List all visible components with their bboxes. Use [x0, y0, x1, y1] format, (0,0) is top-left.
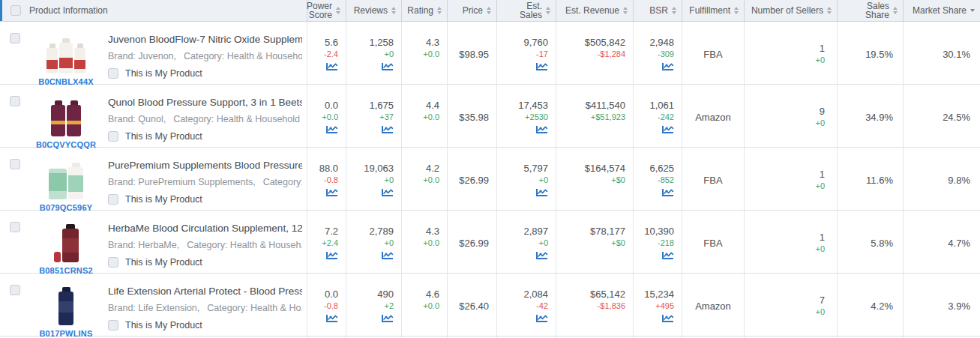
trend-chart-icon[interactable]: [661, 124, 674, 134]
sellers-delta: +0: [815, 181, 825, 191]
sellers-value: 1: [820, 169, 825, 180]
fulfillment-cell: FBA: [682, 148, 745, 212]
header-fulfillment[interactable]: Fulfillment: [682, 0, 745, 21]
header-est-sales[interactable]: Est. Sales: [497, 0, 556, 21]
product-title[interactable]: PurePremium Supplements Blood Pressure S…: [108, 160, 302, 171]
market-share-value: 24.5%: [943, 112, 970, 123]
select-all-checkbox[interactable]: [10, 5, 21, 16]
reviews-delta: +2: [384, 301, 394, 311]
my-product-checkbox[interactable]: [108, 320, 118, 331]
header-bsr[interactable]: BSR: [634, 0, 682, 21]
row-select-checkbox[interactable]: [10, 285, 20, 295]
price-value: $26.99: [459, 238, 489, 249]
trend-chart-icon[interactable]: [381, 124, 394, 134]
fulfillment-value: Amazon: [695, 301, 731, 312]
trend-chart-icon[interactable]: [535, 313, 548, 323]
power-score-cell: 7.2 +2.4: [307, 211, 346, 275]
sales-share-value: 4.2%: [871, 301, 893, 312]
est-revenue-cell: $65,142 -$1,836: [556, 274, 634, 338]
sellers-delta: +0: [815, 118, 825, 128]
row-select-checkbox[interactable]: [10, 159, 20, 169]
trend-chart-icon[interactable]: [661, 250, 674, 260]
sort-icon[interactable]: [487, 7, 491, 14]
sort-icon[interactable]: [336, 7, 340, 14]
table-row: B079QC596Y PurePremium Supplements Blood…: [0, 148, 980, 211]
asin-link[interactable]: B017PWLINS: [39, 329, 92, 338]
sort-icon[interactable]: [623, 7, 628, 14]
number-of-sellers-cell: 7 +0: [745, 274, 838, 338]
header-price[interactable]: Price: [448, 0, 497, 21]
sort-icon[interactable]: [734, 7, 739, 14]
my-product-label: This is My Product: [125, 194, 202, 205]
fulfillment-cell: FBA: [682, 22, 745, 86]
bsr-delta: -242: [658, 112, 674, 122]
bsr-value: 2,948: [649, 37, 674, 48]
header-est-revenue[interactable]: Est. Revenue: [556, 0, 634, 21]
sort-icon[interactable]: [672, 7, 676, 14]
row-select-checkbox[interactable]: [10, 222, 20, 232]
row-select-checkbox[interactable]: [10, 96, 20, 106]
header-number-of-sellers[interactable]: Number of Sellers: [745, 0, 838, 21]
est-sales-cell: 2,897 +0: [497, 211, 556, 275]
product-title[interactable]: Life Extension Arterial Protect - Blood …: [108, 286, 302, 297]
trend-chart-icon[interactable]: [535, 124, 548, 134]
trend-chart-icon[interactable]: [325, 187, 338, 197]
rating-cell: 4.6 +0.0: [402, 274, 448, 338]
rating-cell: 4.3 +0.0: [402, 22, 448, 86]
fulfillment-cell: Amazon: [682, 85, 745, 149]
rating-cell: 4.4 +0.0: [402, 85, 448, 149]
product-image: [51, 94, 81, 136]
trend-chart-icon[interactable]: [381, 61, 394, 71]
trend-chart-icon[interactable]: [381, 313, 394, 323]
power-score-value: 0.0: [325, 100, 338, 111]
trend-chart-icon[interactable]: [661, 313, 674, 323]
product-brand-category: Brand: HerbaMe,Category: Health & Househ…: [108, 240, 302, 250]
product-title[interactable]: HerbaMe Blood Circulation Supplement, 12…: [108, 223, 302, 234]
header-market-share[interactable]: Market Share: [904, 0, 980, 21]
est-revenue-delta: -$1,284: [598, 49, 625, 59]
sort-icon[interactable]: [827, 7, 832, 14]
product-title[interactable]: Juvenon BloodFlow-7 Nitric Oxide Supplem…: [108, 34, 302, 45]
trend-chart-icon[interactable]: [381, 250, 394, 260]
product-brand-category: Brand: Qunol,Category: Health & Househol…: [108, 114, 302, 124]
sales-share-cell: 19.5%: [838, 22, 904, 86]
sort-icon[interactable]: [546, 7, 550, 14]
product-title[interactable]: Qunol Blood Pressure Support, 3 in 1 Bee…: [108, 97, 302, 108]
trend-chart-icon[interactable]: [535, 61, 548, 71]
power-score-value: 7.2: [325, 226, 338, 237]
sort-icon[interactable]: [893, 7, 898, 14]
header-product-information: Product Information: [0, 0, 307, 21]
product-information-cell: B017PWLINS Life Extension Arterial Prote…: [0, 274, 307, 338]
my-product-checkbox[interactable]: [108, 68, 118, 79]
header-power-score[interactable]: Power Score: [307, 0, 346, 21]
trend-chart-icon[interactable]: [661, 187, 674, 197]
bsr-delta: +495: [655, 301, 674, 311]
my-product-checkbox[interactable]: [108, 257, 118, 268]
trend-chart-icon[interactable]: [535, 250, 548, 260]
table-header: Product Information Power Score Reviews …: [0, 0, 980, 22]
est-revenue-cell: $505,842 -$1,284: [556, 22, 634, 86]
sort-icon[interactable]: [391, 7, 396, 14]
sort-desc-icon[interactable]: [970, 9, 975, 12]
header-reviews[interactable]: Reviews: [346, 0, 402, 21]
row-select-checkbox[interactable]: [10, 33, 20, 43]
trend-chart-icon[interactable]: [325, 250, 338, 260]
sales-share-value: 11.6%: [866, 175, 893, 186]
trend-chart-icon[interactable]: [325, 313, 338, 323]
header-sales-share[interactable]: Sales Share: [838, 0, 904, 21]
trend-chart-icon[interactable]: [381, 187, 394, 197]
my-product-checkbox[interactable]: [108, 194, 118, 205]
market-share-value: 3.9%: [948, 301, 970, 312]
trend-chart-icon[interactable]: [535, 187, 548, 197]
category-label: Category: Health & Household: [184, 51, 302, 61]
header-rating[interactable]: Rating: [402, 0, 448, 21]
my-product-label: This is My Product: [125, 320, 202, 331]
power-score-delta: -2.4: [324, 49, 338, 59]
sort-icon[interactable]: [437, 7, 442, 14]
est-sales-value: 2,897: [523, 226, 548, 237]
trend-chart-icon[interactable]: [325, 61, 338, 71]
my-product-label: This is My Product: [125, 68, 202, 79]
trend-chart-icon[interactable]: [661, 61, 674, 71]
my-product-checkbox[interactable]: [108, 131, 118, 142]
trend-chart-icon[interactable]: [325, 124, 338, 134]
